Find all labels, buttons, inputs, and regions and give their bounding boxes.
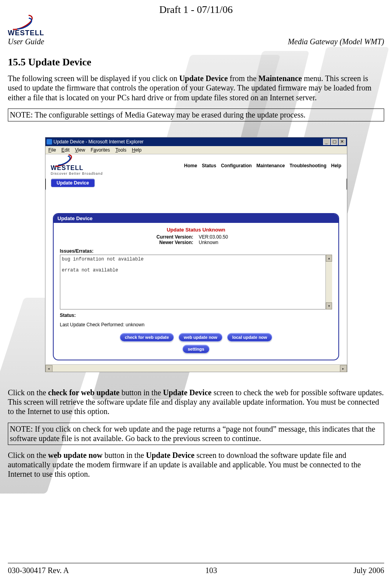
panel-title: Update Device (54, 214, 339, 223)
window-titlebar: Update Device - Microsoft Internet Explo… (45, 137, 347, 146)
text-bold: Update Device (146, 451, 195, 459)
text-bold: Maintenance (258, 74, 302, 83)
app-tagline: Discover Better Broadband (51, 172, 103, 175)
errata-textarea[interactable]: bug information not available errata not… (60, 255, 332, 309)
note-box-1: NOTE: The configurable settings of Media… (8, 109, 384, 121)
scroll-left-icon[interactable]: ◂ (45, 365, 52, 372)
brand-logo: WESTELL User Guide (8, 18, 44, 46)
status-text: Last Update Check Performed: unknown (60, 322, 332, 327)
paragraph-2: Click on the check for web update button… (8, 388, 384, 416)
text-bold: Update Device (163, 388, 211, 397)
text: The following screen will be displayed i… (8, 74, 179, 83)
swoosh-icon (9, 18, 33, 28)
status-label: Status: (60, 313, 332, 318)
text-bold: check for web update (48, 388, 119, 397)
user-guide-label: User Guide (8, 37, 44, 46)
nav-status[interactable]: Status (202, 163, 216, 168)
top-nav: Home Status Configuration Maintenance Tr… (184, 163, 341, 168)
scroll-right-icon[interactable]: ▸ (340, 365, 347, 372)
window-title: Update Device - Microsoft Internet Explo… (54, 139, 144, 145)
model-label: Media Gateway (Model WMT) (288, 37, 384, 46)
nav-home[interactable]: Home (184, 163, 197, 168)
swoosh-icon (51, 156, 70, 165)
newer-version-label: Newer Version: (146, 240, 193, 245)
menu-file[interactable]: FFileile (49, 147, 56, 153)
ie-icon (47, 139, 52, 145)
text: Click on the (8, 388, 48, 397)
menu-favorites[interactable]: Favorites (90, 147, 110, 153)
update-device-panel: Update Device Update Status Unknown Curr… (53, 213, 340, 360)
section-title: 15.5 Update Device (8, 56, 384, 68)
scrollbar-vertical[interactable]: ▴ ▾ (325, 255, 332, 309)
text-bold: Update Device (179, 74, 228, 83)
scroll-up-icon[interactable]: ▴ (326, 255, 332, 262)
menu-help[interactable]: Help (132, 147, 142, 153)
menu-edit[interactable]: Edit (61, 147, 70, 153)
screenshot-window: Update Device - Microsoft Internet Explo… (45, 137, 347, 372)
settings-button[interactable]: settings (182, 345, 209, 353)
menu-view[interactable]: View (75, 147, 85, 153)
footer-date: July 2006 (354, 566, 384, 575)
check-for-web-update-button[interactable]: check for web update (120, 333, 174, 342)
text: button in the (119, 388, 163, 397)
nav-help[interactable]: Help (331, 163, 341, 168)
text: Click on the (8, 451, 48, 459)
browser-menubar: FFileile Edit View Favorites Tools Help (45, 146, 347, 154)
scroll-down-icon[interactable]: ▾ (326, 302, 332, 309)
close-button[interactable]: ✕ (339, 139, 346, 145)
nav-maintenance[interactable]: Maintenance (257, 163, 285, 168)
draft-header: Draft 1 - 07/11/06 (8, 4, 384, 16)
current-version-label: Current Version: (146, 234, 193, 240)
update-status-heading: Update Status Unknown (60, 227, 332, 233)
selected-subnav[interactable]: Update Device (51, 179, 95, 187)
note-box-2: NOTE: If you click on check for web upda… (8, 423, 384, 445)
current-version-value: VER:03.00.50 (199, 234, 246, 240)
brand-wordmark: WESTELL (8, 29, 44, 37)
footer-doc-id: 030-300417 Rev. A (8, 566, 69, 575)
text: button in the (103, 451, 146, 459)
web-update-now-button[interactable]: web update now (179, 333, 222, 342)
page-footer: 030-300417 Rev. A 103 July 2006 (8, 566, 384, 575)
issues-label: Issues/Erratas: (60, 248, 332, 254)
menu-tools[interactable]: Tools (116, 147, 126, 153)
local-update-now-button[interactable]: local update now (227, 333, 272, 342)
app-logo: WESTELL Discover Better Broadband (51, 156, 103, 175)
footer-rule (8, 563, 384, 563)
newer-version-value: Unknown (199, 240, 246, 245)
footer-page-number: 103 (205, 566, 217, 575)
maximize-button[interactable]: ▢ (331, 139, 338, 145)
paragraph-3: Click on the web update now button in th… (8, 450, 384, 479)
nav-configuration[interactable]: Configuration (221, 163, 252, 168)
text-bold: web update now (48, 451, 103, 459)
text: from the (228, 74, 258, 83)
minimize-button[interactable]: _ (323, 139, 330, 145)
scrollbar-horizontal[interactable]: ◂ ▸ (45, 364, 347, 372)
paragraph-1: The following screen will be displayed i… (8, 74, 384, 102)
nav-troubleshooting[interactable]: Troubleshooting (289, 163, 326, 168)
